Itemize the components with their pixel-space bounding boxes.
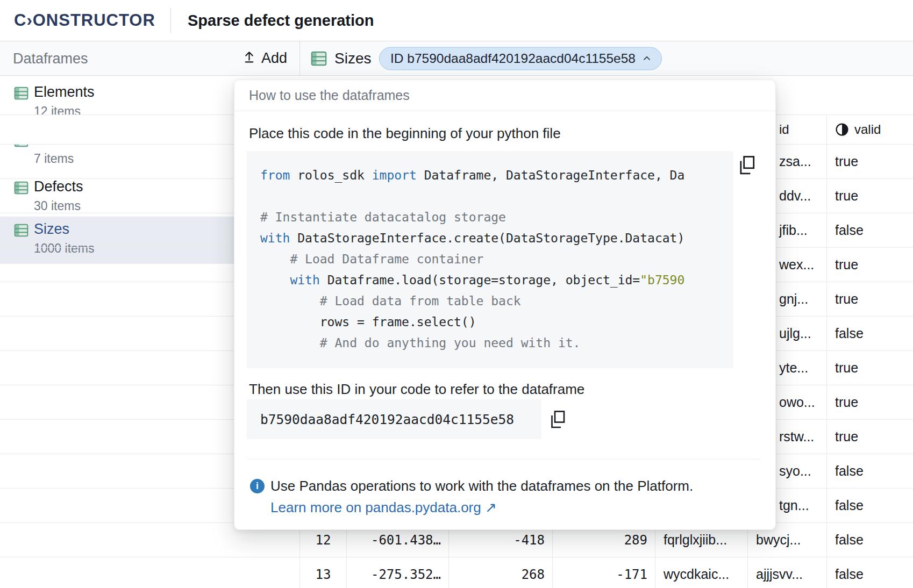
copy-id-button[interactable] [549,410,566,430]
code-line: rows = frame.select() [260,312,720,333]
table-cell: true [826,282,913,316]
app: C›ONSTRUCTOR Sparse defect generation Da… [0,0,913,588]
code-line: with Dataframe.load(storage=storage, obj… [260,270,720,291]
table-header-cell: valid [826,115,913,144]
table-cell: false [826,454,913,488]
code-line: # Instantiate datacatalog storage [260,207,720,228]
table-cell: -171 [552,557,655,588]
info-icon: i [250,479,265,493]
dataframe-id-box: b7590daa8adf420192aacd04c1155e58 [247,399,541,439]
table-cell: false [826,557,913,588]
copy-code-button[interactable] [738,154,756,177]
code-block: from rolos_sdk import Dataframe, DataSto… [247,151,733,368]
valid-header-label: valid [854,122,881,137]
table-cell: false [826,523,913,557]
code-line: # And do anything you need with it. [260,333,720,354]
howto-popover: How to use the dataframes Place this cod… [234,80,776,530]
table-row[interactable]: 13-275.352…268-171wycdkaic...ajjjsvv...f… [0,557,913,588]
table-cell: false [826,213,913,247]
pandas-link[interactable]: Learn more on pandas.pydata.org ↗ [270,499,497,516]
info-text: Use Pandas operations to work with the d… [270,478,693,494]
table-cell: true [826,385,913,419]
table-cell: ajjjsvv... [747,557,826,588]
copy-icon [549,424,566,432]
copy-icon [738,170,756,178]
table-cell: 13 [299,557,346,588]
popover-divider-top [234,111,775,111]
table-cell: true [826,420,913,454]
code-line: from rolos_sdk import Dataframe, DataSto… [260,165,720,186]
dataframe-id-value: b7590daa8adf420192aacd04c1155e58 [260,412,514,427]
table-cell: true [826,179,913,213]
valid-icon [835,123,849,137]
table-cell: true [826,248,913,282]
table-cell: true [826,145,913,178]
table-cell: 268 [448,557,552,588]
code-line: # Load Dataframe container [260,249,720,270]
code-intro-text: Place this code in the beginning of your… [249,125,561,142]
table-cell: true [826,351,913,385]
code-line: # Load data from table back [260,291,720,312]
table-cell: false [826,317,913,350]
table-cell: wycdkaic... [655,557,747,588]
table-cell: false [826,489,913,522]
popover-divider-bottom [247,459,760,460]
table-cell: -275.352… [346,557,448,588]
popover-title: How to use the dataframes [249,80,410,111]
code-line [260,186,720,207]
id-intro-text: Then use this ID in your code to refer t… [249,381,584,398]
code-line: with DataStorageInterface.create(DataSto… [260,228,720,249]
